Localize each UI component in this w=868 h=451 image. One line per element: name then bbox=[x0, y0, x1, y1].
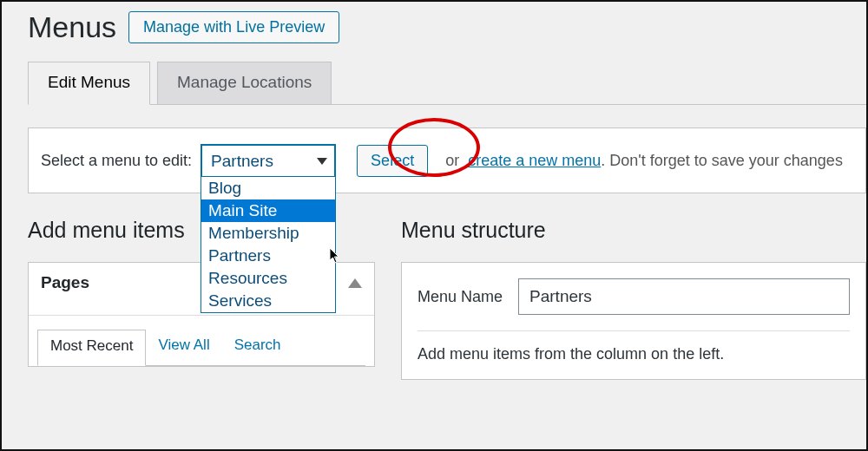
pages-inner-tabs: Most Recent View All Search bbox=[37, 330, 365, 366]
collapse-icon bbox=[348, 278, 362, 288]
menu-structure-box: Menu Name Add menu items from the column… bbox=[401, 262, 866, 380]
chevron-down-icon bbox=[317, 158, 327, 165]
menu-option-partners[interactable]: Partners bbox=[201, 245, 335, 267]
inner-tab-most-recent[interactable]: Most Recent bbox=[37, 330, 146, 366]
page-title: Menus bbox=[28, 10, 116, 44]
menu-option-services[interactable]: Services bbox=[201, 290, 335, 312]
select-button[interactable]: Select bbox=[357, 145, 428, 177]
menu-select-bar: Select a menu to edit: Partners Blog Mai… bbox=[28, 127, 866, 193]
nav-tabs: Edit Menus Manage Locations bbox=[28, 62, 866, 105]
create-new-menu-link[interactable]: create a new menu bbox=[468, 152, 601, 169]
menu-option-blog[interactable]: Blog bbox=[201, 177, 335, 199]
menu-option-main-site[interactable]: Main Site bbox=[201, 199, 335, 222]
menu-option-membership[interactable]: Membership bbox=[201, 222, 335, 245]
menu-select-dropdown[interactable]: Partners bbox=[201, 144, 336, 177]
menu-name-label: Menu Name bbox=[418, 288, 503, 306]
menu-select-label: Select a menu to edit: bbox=[41, 152, 192, 170]
tab-edit-menus[interactable]: Edit Menus bbox=[28, 62, 150, 105]
menu-select-value: Partners bbox=[211, 152, 273, 171]
menu-select-options: Blog Main Site Membership Partners Resou… bbox=[201, 176, 336, 313]
or-create-text: or create a new menu. Don't forget to sa… bbox=[445, 152, 843, 170]
menu-name-input[interactable] bbox=[518, 278, 850, 315]
menu-option-resources[interactable]: Resources bbox=[201, 267, 335, 290]
inner-tab-search[interactable]: Search bbox=[222, 330, 293, 365]
pages-accordion-title: Pages bbox=[41, 273, 89, 292]
menu-select-wrap: Partners Blog Main Site Membership Partn… bbox=[201, 144, 336, 177]
inner-tab-view-all[interactable]: View All bbox=[146, 330, 221, 365]
or-text: or bbox=[445, 152, 459, 169]
menu-structure-help: Add menu items from the column on the le… bbox=[418, 345, 850, 363]
dont-forget-text: . Don't forget to save your changes bbox=[601, 152, 843, 169]
menu-structure-heading: Menu structure bbox=[401, 218, 866, 243]
live-preview-button[interactable]: Manage with Live Preview bbox=[128, 11, 339, 43]
tab-manage-locations[interactable]: Manage Locations bbox=[157, 62, 332, 104]
